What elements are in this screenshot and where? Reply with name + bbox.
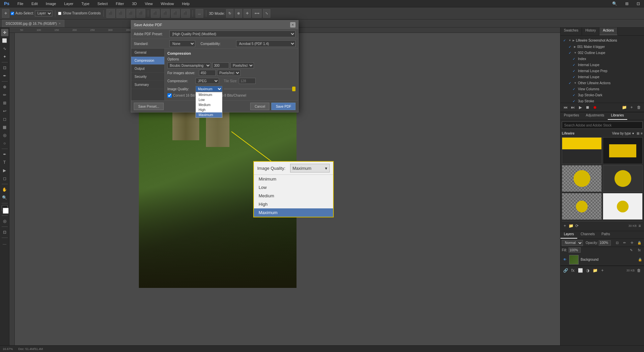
add-mask-btn[interactable]: ⬜	[577, 267, 583, 273]
layer-edit-btn[interactable]: ✎	[628, 247, 635, 253]
action-group-lifewire[interactable]: ✓ ▼ ▶ Lifewire Screenshot Actions	[562, 37, 643, 44]
more-options-btn[interactable]: ...	[196, 9, 203, 18]
view-by-type-btn[interactable]: View by type ▾ ⊞ ≡	[612, 132, 643, 135]
lib-sync-btn[interactable]: ⟳	[574, 223, 580, 229]
lib-item-4[interactable]	[603, 165, 643, 192]
layer-item-background[interactable]: 👁 Background 🔒	[560, 254, 644, 266]
tool-blur[interactable]: ◎	[1, 132, 8, 139]
workspace-icon[interactable]: ⊡	[635, 1, 641, 7]
dialog-close-btn[interactable]: ✕	[290, 22, 296, 28]
menu-view[interactable]: View	[144, 1, 154, 6]
lib-add-btn[interactable]: +	[562, 223, 568, 229]
nav-output[interactable]: Output	[131, 65, 164, 73]
align-bottom-btn[interactable]: ⬛	[137, 9, 145, 18]
3d-roll-btn[interactable]: ⊕	[235, 9, 242, 18]
distribute-left-btn[interactable]: ⬛	[151, 9, 160, 18]
play-begin-btn[interactable]: ⏭	[570, 104, 576, 110]
delete-layer-btn[interactable]: 🗑	[636, 267, 642, 273]
opacity-input[interactable]	[599, 240, 611, 246]
cancel-btn[interactable]: Cancel	[250, 103, 269, 110]
nav-compression[interactable]: Compression	[131, 57, 164, 65]
zoom-opt-low[interactable]: Low	[254, 183, 333, 192]
tab-swatches[interactable]: Swatches	[560, 28, 582, 35]
tool-clone[interactable]: ⊞	[1, 99, 8, 107]
lock-transparent-btn[interactable]: ⊡	[614, 240, 621, 246]
tool-type[interactable]: T	[1, 159, 8, 166]
quality-opt-minimum[interactable]: Minimum	[196, 92, 222, 97]
distribute-bottom-btn[interactable]: ⬛	[181, 9, 190, 18]
action-item-view-cols[interactable]: ✓ View Columns	[562, 86, 643, 92]
lib-folder-btn[interactable]: 📁	[568, 223, 574, 229]
action-item-2[interactable]: ✓ ▼ 002 Outline Loupe	[562, 50, 643, 56]
layer-visibility-icon[interactable]: 👁	[562, 257, 567, 262]
lib-item-2[interactable]	[603, 137, 643, 164]
nav-security[interactable]: Security	[131, 73, 164, 81]
new-group-btn[interactable]: 📁	[592, 267, 598, 273]
show-transform-input[interactable]	[58, 12, 61, 15]
layer-fx-btn[interactable]: fx	[636, 247, 643, 253]
tool-path-select[interactable]: ▶	[1, 167, 8, 174]
downsampling-unit[interactable]: Pixels/Inch	[230, 62, 254, 68]
compatibility-dropdown[interactable]: Acrobat 5 (PDF 1.4)	[236, 40, 296, 47]
tool-pen[interactable]: ✒	[1, 151, 8, 158]
menu-3d[interactable]: 3D	[131, 1, 138, 6]
lib-item-5[interactable]	[562, 193, 602, 220]
compression-select[interactable]: JPEG	[196, 78, 219, 84]
tab-properties[interactable]: Properties	[560, 112, 583, 120]
menu-select[interactable]: Select	[96, 1, 109, 6]
tool-magic-wand[interactable]: ✦	[1, 53, 8, 60]
lib-more-btn[interactable]: ≡	[637, 223, 643, 229]
downsampling-value[interactable]	[212, 62, 229, 68]
menu-filter[interactable]: Filter	[114, 1, 125, 6]
auto-select-input[interactable]	[11, 12, 14, 15]
tile-size-value[interactable]	[239, 78, 256, 84]
menu-layer[interactable]: Layer	[63, 1, 75, 6]
stop-btn[interactable]: ⏹	[585, 104, 591, 110]
action-item-stroke[interactable]: ✓ 3up Stroke	[562, 98, 643, 103]
tool-brush[interactable]: ✏	[1, 91, 8, 99]
menu-edit[interactable]: Edit	[30, 1, 39, 6]
tab-actions[interactable]: Actions	[599, 28, 618, 35]
action-item-3[interactable]: ✓ Index	[562, 56, 643, 62]
quality-opt-low[interactable]: Low	[196, 97, 222, 102]
action-item-5[interactable]: ✓ Internal Loupe Prep	[562, 68, 643, 74]
link-layers-btn[interactable]: 🔗	[562, 267, 569, 273]
3d-slide-btn[interactable]: ⟺	[252, 9, 262, 18]
quality-slider[interactable]	[224, 88, 296, 90]
document-tab[interactable]: DSC00590.jpg @ 16.7% (RGB/8*) ×	[2, 20, 64, 27]
new-action-btn[interactable]: +	[629, 104, 635, 110]
nav-general[interactable]: General	[131, 49, 164, 57]
app-icon[interactable]: Ps	[3, 0, 11, 7]
quality-opt-high[interactable]: High	[196, 107, 222, 112]
zoom-opt-medium[interactable]: Medium	[254, 192, 333, 200]
tab-paths[interactable]: Paths	[598, 231, 613, 239]
lock-position-btn[interactable]: ✛	[629, 240, 635, 246]
play-back-btn[interactable]: ⏮	[562, 104, 569, 110]
zoom-opt-maximum[interactable]: Maximum	[254, 208, 333, 217]
tool-history-brush[interactable]: ↩	[1, 107, 8, 115]
align-right-btn[interactable]: ⬛	[126, 9, 135, 18]
search-icon[interactable]: 🔍	[611, 1, 619, 7]
quality-opt-maximum[interactable]: Maximum	[196, 112, 222, 117]
quality-track[interactable]	[224, 88, 296, 90]
align-left-btn[interactable]: ⬛	[106, 9, 115, 18]
grid-view-icon[interactable]: ⊞	[637, 132, 639, 135]
zoom-select-display[interactable]: Maximum ▾	[290, 164, 330, 172]
move-tool-btn[interactable]: ✛	[2, 9, 9, 18]
for-images-value[interactable]	[199, 70, 216, 76]
lib-item-6[interactable]	[603, 193, 643, 220]
menu-window[interactable]: Window	[159, 1, 175, 6]
distribute-right-btn[interactable]: ⬛	[171, 9, 180, 18]
tool-select-rect[interactable]: ⬜	[1, 37, 8, 44]
3d-scale-btn[interactable]: ⤡	[263, 9, 270, 18]
quality-thumb[interactable]	[292, 87, 296, 91]
for-images-unit[interactable]: Pixels/Inch	[217, 70, 240, 76]
tool-zoom[interactable]: 🔍	[1, 194, 8, 201]
menu-image[interactable]: Image	[45, 1, 58, 6]
add-style-btn[interactable]: fx	[570, 267, 576, 273]
tool-heal[interactable]: ⊕	[1, 83, 8, 91]
lock-all-btn[interactable]: 🔒	[636, 240, 643, 246]
auto-select-checkbox[interactable]: Auto-Select: Layer	[11, 10, 52, 16]
3d-rotate-btn[interactable]: ↻	[226, 9, 233, 18]
lib-search-input[interactable]	[562, 121, 643, 129]
